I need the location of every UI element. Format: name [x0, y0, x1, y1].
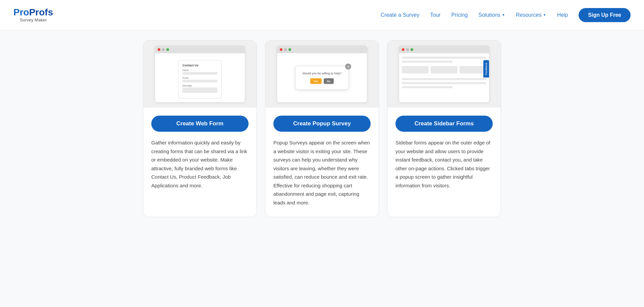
logo-text: ProProfs: [13, 7, 53, 18]
web-form-description: Gather information quickly and easily by…: [151, 138, 249, 190]
create-web-form-button[interactable]: Create Web Form: [151, 116, 249, 132]
create-popup-survey-button[interactable]: Create Popup Survey: [273, 116, 371, 132]
browser-bar-sidebar: [399, 46, 489, 53]
chevron-down-icon: ▼: [543, 13, 546, 17]
logo-profs: Profs: [29, 7, 53, 17]
card-sidebar-forms: Feedback Create Sidebar Forms Sidebar fo…: [387, 40, 501, 217]
sidebar-lines: [399, 53, 489, 63]
popup-buttons: Yes No: [302, 78, 342, 84]
chevron-down-icon: ▼: [502, 13, 505, 17]
sidebar-lines-lower: [399, 75, 489, 88]
nav-resources[interactable]: Resources ▼: [516, 12, 546, 18]
nav: Create a Survey Tour Pricing Solutions ▼…: [381, 8, 631, 22]
content-line: [402, 82, 486, 84]
nav-tour[interactable]: Tour: [430, 12, 440, 18]
main-content: Contact Us Name Email Message Create Web…: [0, 30, 644, 231]
browser-content: Contact Us Name Email Message: [155, 53, 245, 102]
create-sidebar-forms-button[interactable]: Create Sidebar Forms: [395, 116, 493, 132]
form-input-message: [182, 87, 217, 93]
logo: ProProfs Survey Maker: [13, 7, 53, 22]
browser-mock-popup: ✕ Would you be willing to help? Yes No: [277, 46, 367, 103]
content-line: [402, 57, 486, 59]
content-line: [402, 86, 452, 88]
nav-create-survey[interactable]: Create a Survey: [381, 12, 420, 18]
dot-green: [411, 48, 413, 51]
browser-bar-popup: [277, 46, 367, 53]
popup-modal: ✕ Would you be willing to help? Yes No: [295, 66, 349, 90]
sidebar-content: Feedback: [399, 53, 489, 102]
browser-content-popup: ✕ Would you be willing to help? Yes No: [277, 53, 367, 102]
browser-bar: [155, 46, 245, 53]
dot-red: [158, 48, 160, 51]
form-label-message: Message: [182, 84, 217, 87]
dot-green: [288, 48, 291, 51]
browser-mock-sidebar: Feedback: [399, 46, 489, 103]
preview-sidebar-forms: Feedback: [387, 41, 501, 108]
form-preview: Contact Us Name Email Message: [178, 60, 222, 99]
form-title: Contact Us: [182, 64, 217, 67]
nav-pricing[interactable]: Pricing: [451, 12, 468, 18]
form-input-name: [182, 72, 217, 75]
preview-web-form: Contact Us Name Email Message: [143, 41, 257, 108]
sidebar-forms-description: Sidebar forms appear on the outer edge o…: [395, 138, 493, 190]
form-input-email: [182, 80, 217, 82]
dot-gray: [284, 48, 287, 51]
content-block: [460, 66, 486, 73]
popup-close-icon: ✕: [345, 64, 351, 70]
dot-red: [402, 48, 405, 51]
popup-yes-button[interactable]: Yes: [310, 78, 322, 84]
card-body-sidebar: Create Sidebar Forms Sidebar forms appea…: [387, 108, 501, 190]
popup-question: Would you be willing to help?: [302, 72, 342, 75]
card-popup-survey: ✕ Would you be willing to help? Yes No C…: [265, 40, 379, 217]
browser-content-sidebar: Feedback: [399, 53, 489, 102]
logo-sub: Survey Maker: [13, 18, 53, 22]
card-body-popup: Create Popup Survey Popup Surveys appear…: [265, 108, 379, 207]
content-line: [402, 78, 486, 80]
dot-green: [166, 48, 169, 51]
logo-pro: Pro: [13, 7, 29, 17]
content-block: [402, 66, 429, 73]
card-body-web-form: Create Web Form Gather information quick…: [143, 108, 257, 190]
dot-red: [280, 48, 282, 51]
header: ProProfs Survey Maker Create a Survey To…: [0, 0, 644, 30]
signup-button[interactable]: Sign Up Free: [579, 8, 631, 22]
preview-popup-survey: ✕ Would you be willing to help? Yes No: [265, 41, 379, 108]
content-block: [431, 66, 458, 73]
browser-mock-web-form: Contact Us Name Email Message: [155, 46, 245, 103]
dot-gray: [406, 48, 409, 51]
dot-gray: [162, 48, 165, 51]
popup-no-button[interactable]: No: [324, 78, 334, 84]
sidebar-tab[interactable]: Feedback: [483, 60, 489, 77]
form-label-name: Name: [182, 69, 217, 71]
nav-solutions[interactable]: Solutions ▼: [478, 12, 505, 18]
popup-survey-description: Popup Surveys appear on the screen when …: [273, 138, 371, 207]
content-blocks: [399, 65, 489, 75]
nav-help[interactable]: Help: [557, 12, 568, 18]
content-line: [402, 61, 452, 63]
card-web-form: Contact Us Name Email Message Create Web…: [143, 40, 257, 217]
form-label-email: Email: [182, 77, 217, 79]
